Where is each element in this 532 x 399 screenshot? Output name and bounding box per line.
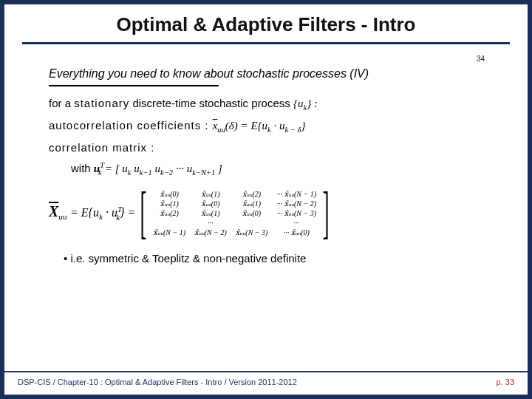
math-sub: k−N+1 [192, 168, 215, 177]
stationary-line: for a stationary discrete-time stochasti… [49, 97, 489, 112]
inset-page-number: 34 [49, 55, 485, 63]
math: · u [103, 206, 117, 219]
matrix-cell: x̄ᵤᵤ(2) [231, 189, 273, 199]
text: with [71, 162, 94, 174]
matrix-cell: x̄ᵤᵤ(2) [149, 208, 190, 218]
math: E{u [250, 120, 267, 132]
math-bar-bold: X [49, 204, 58, 219]
math: = [ u [105, 163, 128, 174]
label: autocorrelation coefficients : [49, 119, 213, 132]
matrix-cell [149, 218, 190, 228]
matrix-cell: x̄ᵤᵤ(0) [149, 189, 190, 199]
matrix-cell: x̄ᵤᵤ(1) [149, 199, 190, 208]
math: } : [307, 98, 318, 109]
matrix-cell: ··· x̄ᵤᵤ(N − 1) [272, 189, 321, 199]
math-sub: uu [58, 213, 66, 222]
matrix-cell [231, 218, 273, 228]
math-sub: uu [217, 126, 225, 134]
math: u [152, 163, 160, 174]
math: ··· u [173, 163, 192, 174]
correlation-matrix: x̄ᵤᵤ(0) x̄ᵤᵤ(1) x̄ᵤᵤ(2) ··· x̄ᵤᵤ(N − 1) … [149, 189, 321, 237]
text-bold: stationary [74, 97, 129, 109]
matrix-cell: x̄ᵤᵤ(1) [190, 208, 231, 218]
title-divider [22, 42, 510, 44]
matrix-equation: Xuu = E{uk · uTk} = [ x̄ᵤᵤ(0) x̄ᵤᵤ(1) x̄… [49, 184, 489, 242]
footer-breadcrumb: DSP-CIS / Chapter-10 : Optimal & Adaptiv… [18, 378, 297, 386]
matrix-cell: ··· [190, 218, 231, 228]
matrix-cell: x̄ᵤᵤ(N − 2) [190, 228, 231, 237]
matrix-cell: x̄ᵤᵤ(N − 3) [231, 228, 273, 237]
math-sub: k−2 [160, 168, 173, 177]
text: for a [49, 97, 74, 109]
math: (δ) = [225, 120, 251, 132]
math: = E{u [70, 206, 99, 219]
math-sub: k − δ [285, 126, 301, 134]
vector-definition: with uTk = [ uk uk−1 uk−2 ··· uk−N+1 ] [71, 161, 489, 177]
matrix-cell: x̄ᵤᵤ(N − 1) [149, 228, 190, 237]
math: u [132, 163, 140, 174]
matrix-cell: ··· [272, 218, 321, 228]
footer-page-number: p. 33 [497, 378, 514, 386]
content-area: 34 Everything you need to know about sto… [49, 55, 489, 265]
math: {u [293, 98, 304, 109]
matrix-cell: x̄ᵤᵤ(0) [231, 208, 273, 218]
bullet-properties: • i.e. symmetric & Toeplitz & non-negati… [64, 252, 489, 265]
bracket-left: [ [140, 184, 147, 242]
math: } = [120, 206, 135, 219]
autocorr-line: autocorrelation coefficients : xuu(δ) = … [49, 119, 489, 134]
section-heading: Everything you need to know about stocha… [49, 67, 489, 81]
matrix-cell: x̄ᵤᵤ(1) [190, 189, 231, 199]
math: } [301, 120, 305, 132]
matrix-cell: x̄ᵤᵤ(1) [231, 199, 273, 208]
math-sub: k−1 [140, 168, 152, 177]
text: discrete-time stochastic process [129, 97, 293, 109]
slide-title: Optimal & Adaptive Filters - Intro [4, 13, 528, 36]
bracket-right: ] [323, 184, 330, 242]
math-sub: k [98, 168, 102, 177]
math: ] [215, 163, 222, 174]
matrix-cell: ··· x̄ᵤᵤ(N − 3) [272, 208, 321, 218]
section-divider [49, 85, 219, 86]
math: · u [271, 120, 285, 132]
slide: Optimal & Adaptive Filters - Intro 34 Ev… [4, 4, 528, 395]
matrix-cell: x̄ᵤᵤ(0) [190, 199, 231, 208]
matrix-cell: ··· x̄ᵤᵤ(N − 2) [272, 199, 321, 208]
corrmatrix-label: correlation matrix : [49, 141, 489, 154]
footer: DSP-CIS / Chapter-10 : Optimal & Adaptiv… [4, 371, 528, 395]
matrix-cell: ··· x̄ᵤᵤ(0) [272, 228, 321, 237]
